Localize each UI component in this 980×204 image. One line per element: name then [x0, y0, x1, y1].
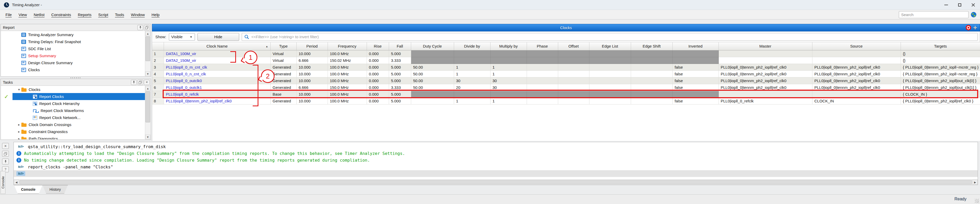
- filter-input[interactable]: [251, 35, 975, 39]
- menu-item[interactable]: Constraints: [48, 11, 75, 18]
- add-panel-icon[interactable]: +: [973, 25, 977, 30]
- table-row[interactable]: 8 PLL0|iopll_0|tennm_ph2_iopll|ref_clk0 …: [152, 98, 980, 104]
- report-item[interactable]: Timing Analyzer Summary: [1, 31, 145, 38]
- column-header[interactable]: Divide by: [454, 43, 490, 50]
- task-item[interactable]: ✓ Report Clocks: [1, 93, 145, 100]
- clock-name-cell[interactable]: PLL0|iopll_0_n_cnt_clk: [164, 70, 270, 77]
- clock-name-cell[interactable]: PLL0|iopll_0_m_cnt_clk: [164, 64, 270, 70]
- table-row[interactable]: 4 PLL0|iopll_0_n_cnt_clk Generated 10.00…: [152, 70, 980, 77]
- column-header[interactable]: Frequency: [328, 43, 367, 50]
- column-header[interactable]: Fall: [389, 43, 411, 50]
- pin-icon[interactable]: [137, 25, 143, 30]
- filter-box[interactable]: [242, 33, 978, 41]
- pin-icon[interactable]: [2, 158, 9, 164]
- scroll-thumb[interactable]: [19, 180, 972, 184]
- menu-item[interactable]: File: [2, 11, 15, 18]
- task-item[interactable]: ✓ Report Clock Hierarchy: [1, 100, 145, 107]
- table-row[interactable]: 5 PLL0|iopll_0_outclk0 Generated 10.000 …: [152, 77, 980, 84]
- menu-item[interactable]: Window: [127, 11, 148, 18]
- column-header[interactable]: Duty Cycle: [411, 43, 454, 50]
- column-header[interactable]: Inverted: [672, 43, 719, 50]
- column-header[interactable]: Edge Shift: [631, 43, 672, 50]
- task-item[interactable]: ✓ Constraint Diagnostics: [1, 128, 145, 135]
- clock-name-cell[interactable]: DATA1_100M_vir: [164, 50, 270, 57]
- pin-icon[interactable]: [131, 80, 137, 85]
- menu-item[interactable]: View: [15, 11, 30, 18]
- scroll-thumb[interactable]: [145, 36, 150, 61]
- record-icon[interactable]: [966, 25, 971, 30]
- report-item[interactable]: SDC File List: [1, 45, 145, 52]
- menu-item[interactable]: Netlist: [30, 11, 48, 18]
- clock-name-cell[interactable]: PLL0|iopll_0_refclk: [164, 91, 270, 98]
- task-item[interactable]: ✓ Clocks: [1, 86, 145, 93]
- tree-expand-arrow[interactable]: [17, 123, 21, 127]
- column-header[interactable]: Phase: [527, 43, 558, 50]
- table-row[interactable]: 7 PLL0|iopll_0_refclk Base 10.000 100.0 …: [152, 91, 980, 98]
- scroll-thumb[interactable]: [145, 91, 150, 122]
- column-header[interactable]: Targets: [900, 43, 980, 50]
- column-header[interactable]: Type: [270, 43, 296, 50]
- column-header[interactable]: Multiply by: [490, 43, 527, 50]
- tree-expand-arrow[interactable]: [17, 137, 21, 139]
- report-item[interactable]: Design Closure Summary: [1, 59, 145, 66]
- column-header[interactable]: Offset: [558, 43, 589, 50]
- column-header[interactable]: [152, 43, 164, 50]
- scroll-left-icon[interactable]: ◀: [14, 180, 19, 185]
- float-panel-icon[interactable]: [144, 25, 150, 30]
- task-item[interactable]: ✓ Report Clock Waveforms: [1, 107, 145, 114]
- float-console-icon[interactable]: [2, 151, 9, 157]
- panel-splitter[interactable]: [0, 77, 151, 79]
- task-item[interactable]: ✓ Report Clock Network...: [1, 114, 145, 121]
- tree-expand-arrow[interactable]: [17, 88, 21, 92]
- minimize-button[interactable]: [939, 0, 953, 10]
- column-header[interactable]: Rise: [367, 43, 389, 50]
- console-hscrollbar[interactable]: ◀ ▶: [14, 179, 978, 185]
- report-scrollbar[interactable]: ▲ ▼: [145, 31, 150, 76]
- menu-item[interactable]: Tools: [111, 11, 127, 18]
- clock-name-cell[interactable]: PLL0|iopll_0_outclk1: [164, 84, 270, 91]
- report-item[interactable]: Setup Summary: [1, 52, 145, 59]
- scroll-down-icon[interactable]: ▼: [145, 71, 150, 76]
- task-item[interactable]: ✓ Path Diagnostics: [1, 135, 145, 139]
- table-row[interactable]: 6 PLL0|iopll_0_outclk1 Generated 6.666 1…: [152, 84, 980, 91]
- hide-button[interactable]: Hide: [197, 33, 239, 41]
- column-header[interactable]: Edge List: [589, 43, 631, 50]
- scroll-up-icon[interactable]: ▲: [145, 31, 150, 36]
- close-panel-icon[interactable]: ✕: [144, 80, 150, 85]
- column-header[interactable]: Source: [812, 43, 900, 50]
- source-cell: PLL0|iopll_0|tennm_ph2_iopll|ref_clk0: [812, 70, 900, 77]
- float-panel-icon[interactable]: [137, 80, 143, 85]
- scroll-down-icon[interactable]: ▼: [145, 134, 150, 139]
- close-button[interactable]: [966, 0, 980, 10]
- menu-item[interactable]: Reports: [75, 11, 95, 18]
- column-header[interactable]: Period: [296, 43, 328, 50]
- console-tab[interactable]: History: [42, 185, 68, 194]
- column-header[interactable]: Clock Name: [164, 43, 270, 50]
- divide-by-cell: 20: [454, 84, 490, 91]
- scroll-up-icon[interactable]: ▲: [145, 86, 150, 91]
- report-item[interactable]: Timing Delays: Final Snapshot: [1, 38, 145, 45]
- table-row[interactable]: 2 DATA2_150M_vir Virtual 6.666 150.02 MH…: [152, 57, 980, 64]
- table-row[interactable]: 1 DATA1_100M_vir Virtual 10.000 100.0 MH…: [152, 50, 980, 57]
- tasks-scrollbar[interactable]: ▲ ▼: [145, 86, 150, 139]
- clock-name-cell[interactable]: DATA2_150M_vir: [164, 57, 270, 64]
- show-dropdown[interactable]: Visible ▼: [169, 33, 195, 41]
- close-console-icon[interactable]: ✕: [2, 143, 9, 149]
- table-row[interactable]: 3 PLL0|iopll_0_m_cnt_clk Generated 10.00…: [152, 64, 980, 70]
- scroll-right-icon[interactable]: ▶: [972, 180, 978, 185]
- tree-expand-arrow[interactable]: [17, 130, 21, 134]
- globe-icon[interactable]: [970, 11, 977, 18]
- report-item[interactable]: Clocks: [1, 66, 145, 73]
- console-tab[interactable]: Console: [14, 185, 42, 194]
- console-vertical-tab[interactable]: Console: [0, 171, 5, 194]
- console-output[interactable]: tcl> i qsta_utility::try_load_design_clo…: [14, 142, 978, 179]
- resize-grip-icon[interactable]: [975, 199, 979, 203]
- menu-item[interactable]: Script: [95, 11, 111, 18]
- search-input[interactable]: [899, 11, 969, 18]
- maximize-button[interactable]: [953, 0, 966, 10]
- task-item[interactable]: ✓ Clock Domain Crossings: [1, 121, 145, 128]
- clock-name-cell[interactable]: PLL0|iopll_0|tennm_ph2_iopll|ref_clk0: [164, 98, 270, 104]
- clock-name-cell[interactable]: PLL0|iopll_0_outclk0: [164, 77, 270, 84]
- menu-item[interactable]: Help: [148, 11, 163, 18]
- column-header[interactable]: Master: [719, 43, 812, 50]
